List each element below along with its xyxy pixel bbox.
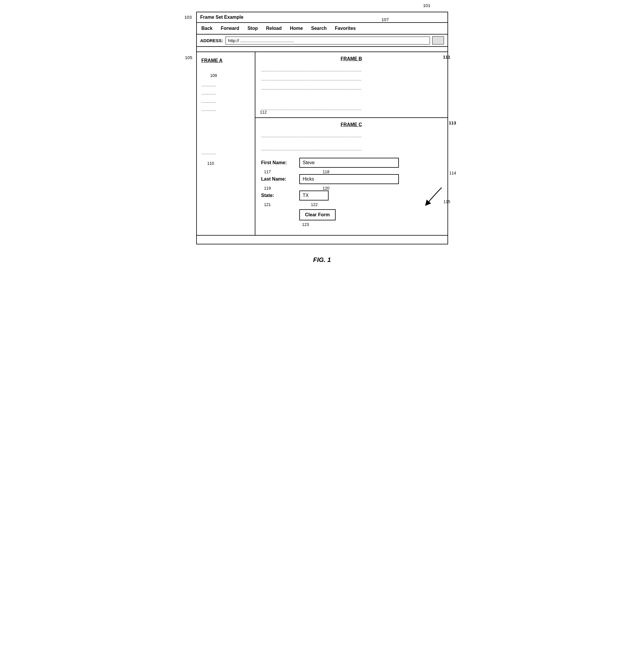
home-button[interactable]: Home [290, 26, 303, 31]
address-input[interactable] [225, 37, 430, 45]
toolbar: 107 Back Forward Stop Reload Home Search… [197, 23, 447, 35]
fig-caption: FIG. 1 [313, 256, 331, 264]
title-bar: Frame Set Example [197, 12, 447, 23]
label-118: 118 [323, 169, 329, 174]
state-input[interactable] [299, 191, 329, 201]
frame-a-upper-dots: ............. ............. ............… [201, 81, 250, 113]
label-107: 107 [381, 17, 389, 22]
frame-b-bottom: ........................................… [261, 104, 442, 113]
last-name-row: Last Name: 119 120 [261, 174, 442, 184]
frame-b-dots-bottom: ........................................… [261, 104, 442, 113]
label-110: 110 [207, 161, 214, 166]
label-112: 112 [260, 110, 267, 115]
frame-c-title: FRAME C 113 [261, 122, 442, 127]
dots-line-4: ............. [201, 105, 250, 113]
label-113: 113 [449, 120, 456, 125]
dots-line-bottom: ............. [201, 149, 250, 157]
frame-c-dots-1: ........................................… [261, 131, 442, 141]
clear-form-button[interactable]: Clear Form [299, 209, 336, 220]
label-119: 119 [264, 186, 271, 191]
frame-a: FRAME A 109 ............. ............. … [197, 52, 255, 235]
label-101: 101 [423, 3, 430, 8]
spacer-row [197, 47, 447, 52]
label-122: 122 [311, 202, 318, 207]
frame-container: 105 FRAME A 109 ............. ..........… [197, 52, 447, 235]
arrow-115-svg [418, 185, 447, 208]
dots-line-2: ............. [201, 89, 250, 97]
dots-line-1: ............. [201, 81, 250, 89]
frame-c-title-text: FRAME C [341, 122, 362, 127]
frame-b: FRAME B 111 ............................… [255, 52, 447, 118]
state-label: State: [261, 193, 299, 198]
frame-c: FRAME C 113 ............................… [255, 118, 447, 235]
state-row: State: 121 122 [261, 191, 442, 201]
stop-button[interactable]: Stop [247, 26, 258, 31]
label-111: 111 [443, 55, 450, 59]
first-name-label: First Name: [261, 160, 299, 165]
label-120: 120 [323, 186, 329, 191]
frame-b-title: FRAME B 111 [261, 56, 442, 61]
search-button[interactable]: Search [311, 26, 327, 31]
first-name-row: First Name: 117 118 [261, 158, 442, 168]
title-bar-text: Frame Set Example [200, 15, 244, 20]
arrow-115-container: 115 [418, 185, 447, 209]
clear-form-row: Clear Form 123 [261, 209, 442, 220]
label-109: 109 [210, 73, 217, 78]
right-frames: FRAME B 111 ............................… [255, 52, 447, 235]
go-button[interactable] [432, 36, 444, 45]
address-bar: ADDRESS: [197, 35, 447, 47]
forward-button[interactable]: Forward [221, 26, 239, 31]
frame-a-title: FRAME A [201, 58, 250, 63]
label-121: 121 [264, 202, 271, 207]
frame-b-dots-container: ........................................… [261, 65, 442, 93]
favorites-button[interactable]: Favorites [335, 26, 356, 31]
bottom-spacer [197, 235, 447, 244]
label-114: 114 [449, 171, 456, 175]
frame-b-dots-1: ........................................… [261, 65, 442, 75]
last-name-label: Last Name: [261, 177, 299, 182]
label-123: 123 [302, 222, 309, 227]
frame-c-dots-2: ........................................… [261, 145, 442, 154]
frame-c-dots-container: ........................................… [261, 131, 442, 154]
reload-button[interactable]: Reload [266, 26, 281, 31]
address-label: ADDRESS: [200, 38, 223, 43]
frame-b-dots-3: ........................................… [261, 84, 442, 93]
frame-b-dots-2: ........................................… [261, 75, 442, 84]
label-115: 115 [443, 199, 450, 204]
label-105: 105 [185, 55, 192, 60]
label-117: 117 [264, 169, 271, 174]
browser-window: Frame Set Example 107 Back Forward Stop … [196, 12, 448, 244]
frame-a-lower-section: ............. 110 [201, 149, 250, 157]
label-103: 103 [185, 15, 192, 20]
dots-line-3: ............. [201, 97, 250, 105]
back-button[interactable]: Back [201, 26, 213, 31]
first-name-input[interactable] [299, 158, 399, 168]
frame-b-title-text: FRAME B [341, 56, 362, 61]
last-name-input[interactable] [299, 174, 399, 184]
